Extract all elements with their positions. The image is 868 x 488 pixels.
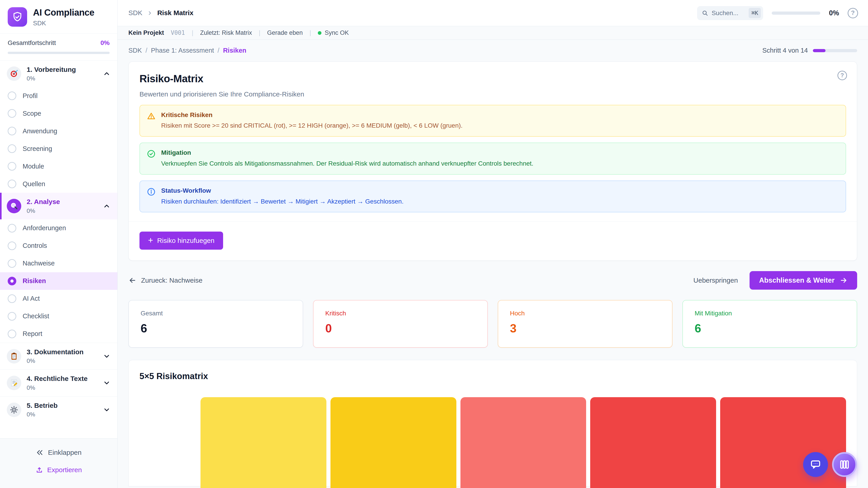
section-progress: 0%	[27, 411, 58, 418]
sidebar-item-anwendung[interactable]: Anwendung	[0, 122, 117, 140]
sidebar-item-label: Quellen	[23, 180, 45, 188]
sync-status: Sync OK	[318, 29, 349, 37]
help-icon[interactable]: ?	[837, 71, 847, 80]
collapse-sidebar-button[interactable]: Einklappen	[36, 448, 81, 457]
complete-next-label: Abschliessen & Weiter	[759, 276, 835, 285]
gear-icon	[7, 402, 21, 417]
breadcrumb-root[interactable]: SDK	[128, 8, 143, 18]
sidebar-item-label: Screening	[23, 144, 52, 153]
matrix-cell[interactable]	[200, 397, 327, 488]
sidebar-item-anforderungen[interactable]: Anforderungen	[0, 219, 117, 237]
export-button[interactable]: Exportieren	[35, 465, 82, 475]
radio-icon	[8, 109, 16, 118]
stat-label: Kritisch	[325, 309, 475, 318]
search-field[interactable]	[712, 9, 745, 17]
stat-value: 6	[694, 320, 845, 336]
info-circle-icon	[147, 187, 156, 206]
radio-icon	[8, 144, 16, 153]
chevron-up-icon	[103, 202, 111, 210]
topbar-progress-bar	[772, 11, 820, 15]
app-brand: AI Compliance SDK	[0, 0, 117, 33]
warning-triangle-icon	[147, 111, 156, 130]
section-betrieb[interactable]: 5. Betrieb 0%	[0, 396, 117, 423]
app-title: AI Compliance	[33, 6, 94, 19]
version-badge: V001	[171, 29, 185, 37]
alert-status-workflow: Status-Workflow Risiken durchlaufen: Ide…	[140, 181, 846, 213]
add-risk-button[interactable]: + Risiko hinzufuegen	[140, 232, 223, 250]
matrix-row	[140, 397, 846, 488]
sidebar-item-nachweise[interactable]: Nachweise	[0, 255, 117, 272]
separator: |	[309, 29, 311, 37]
sidebar-item-checklist[interactable]: Checklist	[0, 307, 117, 325]
section-progress: 0%	[27, 207, 60, 215]
check-circle-icon	[147, 149, 156, 168]
matrix-title: 5×5 Risikomatrix	[140, 370, 846, 382]
stat-card-kritisch: Kritisch 0	[313, 300, 488, 348]
sidebar-item-label: Anwendung	[23, 127, 57, 135]
section-label: 1. Vorbereitung	[27, 66, 76, 73]
sidebar-item-module[interactable]: Module	[0, 158, 117, 175]
skip-button[interactable]: Ueberspringen	[693, 276, 738, 285]
sidebar-item-risiken[interactable]: Risiken	[0, 272, 117, 290]
sidebar: AI Compliance SDK Gesamtfortschritt 0% 1…	[0, 0, 118, 488]
stat-card-mit-mitigation: Mit Mitigation 6	[682, 300, 857, 348]
radio-selected-icon	[8, 277, 16, 285]
page-title: Risiko-Matrix	[140, 72, 846, 86]
sidebar-nav: 1. Vorbereitung 0% Profil Scope Anwendun…	[0, 61, 117, 438]
section-vorbereitung[interactable]: 1. Vorbereitung 0%	[0, 61, 117, 87]
help-icon[interactable]: ?	[848, 8, 858, 18]
stat-card-gesamt: Gesamt 6	[128, 300, 303, 348]
alert-text: Risiken mit Score >= 20 sind CRITICAL (r…	[161, 121, 463, 130]
board-view-button[interactable]	[832, 452, 857, 477]
chevron-right-icon	[147, 10, 153, 16]
breadcrumb-current: Risiken	[223, 46, 246, 55]
matrix-cell[interactable]	[331, 397, 456, 488]
section-progress: 0%	[27, 74, 76, 83]
stat-value: 0	[325, 320, 475, 336]
last-visited: Zuletzt: Risk Matrix	[200, 29, 252, 37]
alert-mitigation: Mitigation Verknuepfen Sie Controls als …	[140, 142, 846, 175]
sidebar-item-scope[interactable]: Scope	[0, 105, 117, 122]
alert-text: Verknuepfen Sie Controls als Mitigations…	[161, 159, 533, 168]
section-rechtliche-texte[interactable]: 4. Rechtliche Texte 0%	[0, 369, 117, 396]
complete-next-button[interactable]: Abschliessen & Weiter	[749, 271, 857, 290]
section-dokumentation[interactable]: 3. Dokumentation 0%	[0, 343, 117, 369]
sidebar-item-profil[interactable]: Profil	[0, 87, 117, 105]
sidebar-item-controls[interactable]: Controls	[0, 237, 117, 255]
upload-icon	[35, 466, 43, 474]
target-icon	[7, 66, 21, 81]
sidebar-item-label: Scope	[23, 109, 41, 118]
last-saved-time: Gerade eben	[267, 29, 303, 37]
sidebar-item-ai-act[interactable]: AI Act	[0, 290, 117, 307]
overall-progress: Gesamtfortschritt 0%	[0, 33, 117, 61]
sidebar-item-screening[interactable]: Screening	[0, 140, 117, 158]
stats-row: Gesamt 6 Kritisch 0 Hoch 3 Mit Mitigatio…	[128, 300, 857, 348]
radio-icon	[8, 127, 16, 135]
section-analyse[interactable]: 2. Analyse 0%	[0, 193, 117, 219]
radio-icon	[8, 180, 16, 188]
add-risk-label: Risiko hinzufuegen	[157, 237, 215, 245]
sidebar-item-report[interactable]: Report	[0, 325, 117, 343]
chat-bubble-icon	[809, 458, 822, 470]
clipboard-icon	[7, 349, 21, 363]
shield-check-icon	[8, 7, 27, 27]
stat-label: Gesamt	[141, 309, 291, 318]
topbar: SDK Risk Matrix ⌘K 0% ?	[118, 0, 868, 26]
back-button[interactable]: Zurueck: Nachweise	[128, 276, 203, 285]
matrix-cell[interactable]	[460, 397, 586, 488]
radio-icon	[8, 224, 16, 232]
sidebar-item-label: Checklist	[23, 312, 49, 321]
main-area: SDK Risk Matrix ⌘K 0% ? Kein Projekt V00…	[118, 0, 868, 488]
alert-critical-risks: Kritische Risiken Risiken mit Score >= 2…	[140, 105, 846, 137]
chat-button[interactable]	[803, 452, 828, 477]
sidebar-item-quellen[interactable]: Quellen	[0, 175, 117, 193]
breadcrumb-phase[interactable]: Phase 1: Assessment	[151, 46, 214, 55]
radio-icon	[8, 312, 16, 321]
separator: |	[259, 29, 260, 37]
search-input[interactable]: ⌘K	[697, 6, 763, 20]
separator: /	[146, 46, 147, 55]
matrix-cell[interactable]	[590, 397, 716, 488]
breadcrumb-root[interactable]: SDK	[128, 46, 142, 55]
section-label: 3. Dokumentation	[27, 348, 84, 356]
page-subtitle: Bewerten und priorisieren Sie Ihre Compl…	[140, 90, 846, 99]
